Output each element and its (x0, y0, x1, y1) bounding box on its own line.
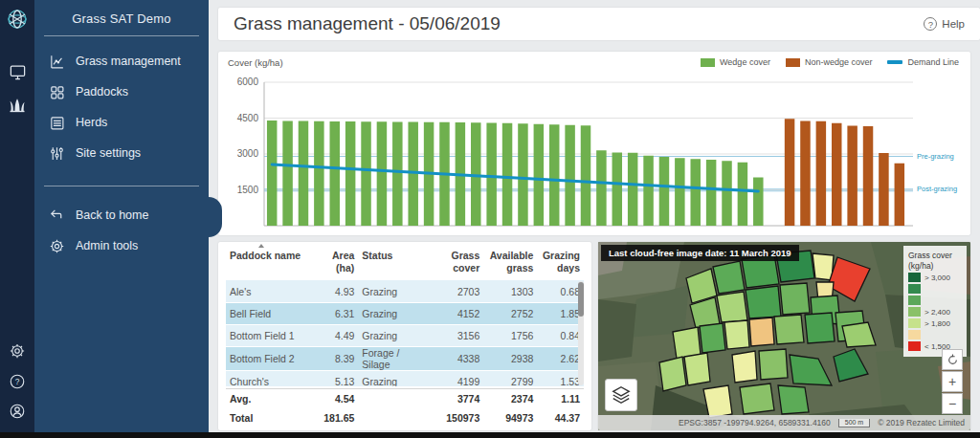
map-field-polygon[interactable] (778, 385, 809, 414)
sidebar-item-label: Grass management (76, 55, 181, 68)
grid-icon (48, 83, 65, 100)
summary-cell (358, 389, 434, 408)
page-title: Grass management - 05/06/2019 (234, 13, 501, 34)
map-field-polygon[interactable] (673, 327, 701, 359)
summary-cell: 4.54 (319, 389, 358, 408)
table-scroll-area: Ale's4.93Grazing270313030.68Bell Field6.… (226, 280, 584, 386)
map-field-polygon[interactable] (684, 353, 710, 385)
column-header-available-grass[interactable]: Available grass (483, 248, 537, 280)
map-field-polygon[interactable] (713, 261, 745, 294)
column-header-grazing-days[interactable]: Grazing days (537, 248, 584, 280)
cover-bar-chart: 1500300045006000Pre-grazingPost-grazing (226, 77, 963, 230)
legend-item-demand-line: Demand Line (887, 57, 959, 67)
table-cell: Bell Field (226, 302, 319, 324)
table-cell: 1303 (483, 280, 537, 302)
reference-line-label: Pre-grazing (917, 152, 954, 161)
non-wedge-cover-bar (832, 123, 841, 226)
map-field-polygon[interactable] (659, 357, 686, 391)
wedge-cover-bar (738, 163, 747, 226)
wedge-cover-bar (282, 121, 292, 227)
brand-logo-globe-icon[interactable] (0, 8, 34, 31)
map-field-polygon[interactable] (740, 383, 774, 414)
user-account-icon[interactable] (0, 403, 34, 420)
non-wedge-cover-bar (847, 126, 857, 227)
map-field-polygon[interactable] (759, 349, 788, 380)
chart-icon (48, 53, 65, 70)
legend-item-wedge-cover: Wedge cover (701, 57, 770, 67)
table-row[interactable]: Bell Field6.31Grazing415227521.85 (226, 302, 584, 324)
svg-text:?: ? (15, 378, 20, 386)
table-cell: 4199 (434, 370, 483, 386)
summary-cell: 181.65 (319, 408, 358, 427)
list-icon (48, 114, 65, 131)
sidebar-item-admin-tools[interactable]: Admin tools (34, 230, 209, 261)
map-zoom-out-button[interactable]: − (942, 393, 963, 414)
help-circle-icon[interactable]: ? (0, 373, 34, 390)
wedge-cover-bar (628, 153, 637, 226)
map-coordinates: EPSG:3857 -199794.9264, 6589331.4160 (679, 418, 831, 427)
sort-asc-icon (258, 244, 264, 248)
help-button[interactable]: ? Help (924, 17, 965, 31)
icon-rail: ? (0, 0, 34, 432)
wedge-cover-bar (549, 124, 559, 226)
table-cell: 3156 (434, 324, 483, 346)
help-icon: ? (924, 17, 937, 31)
map-footer: EPSG:3857 -199794.9264, 6589331.4160 500… (598, 415, 970, 430)
map-field-polygon[interactable] (749, 318, 774, 346)
map-legend-entry: > 1,800 (908, 318, 962, 328)
sidebar-item-back-to-home[interactable]: Back to home (34, 200, 209, 230)
map-field-polygon[interactable] (774, 315, 804, 344)
sidebar-item-paddocks[interactable]: Paddocks (34, 77, 209, 107)
app-title: Grass SAT Demo (34, 0, 209, 35)
sidebar-item-herds[interactable]: Herds (34, 107, 209, 138)
y-tick-label: 6000 (237, 77, 259, 87)
map-legend-label: > 2,400 (924, 308, 950, 317)
table-cell: 2799 (483, 370, 537, 386)
table-scrollbar[interactable] (578, 281, 584, 385)
table-cell: 1.53 (537, 370, 584, 386)
wedge-cover-bar (565, 125, 574, 226)
table-row[interactable]: Church's5.13Grazing419927991.53 (226, 370, 584, 386)
wedge-cover-bar (675, 158, 684, 226)
map-layers-button[interactable] (605, 379, 637, 411)
column-header-paddock-name[interactable]: Paddock name (226, 248, 319, 280)
map-field-polygon[interactable] (732, 351, 757, 383)
map-zoom-in-button[interactable]: + (942, 371, 963, 392)
map-field-polygon[interactable] (780, 283, 810, 315)
map-field-polygon[interactable] (700, 323, 725, 353)
sidebar-item-site-settings[interactable]: Site settings (34, 138, 209, 168)
table-cell: 1.85 (537, 302, 584, 324)
table-cell: Grazing (358, 370, 434, 386)
table-cell: 5.13 (319, 370, 358, 386)
table-scrollbar-thumb[interactable] (578, 282, 584, 317)
monitor-icon[interactable] (0, 63, 34, 81)
column-header-status[interactable]: Status (358, 248, 434, 280)
map-copyright: © 2019 Rezatec Limited (878, 418, 965, 427)
table-row[interactable]: Bottom Field 28.39Forage / Silage4338293… (226, 346, 584, 370)
sidebar-item-grass-management[interactable]: Grass management (34, 46, 209, 77)
map-field-polygon[interactable] (746, 286, 781, 318)
table-row[interactable]: Ale's4.93Grazing270313030.68 (226, 280, 584, 302)
table-row[interactable]: Bottom Field 14.49Grazing315617560.84 (226, 324, 584, 346)
sidebar: Grass SAT Demo Grass management Paddocks (34, 0, 209, 432)
non-wedge-cover-bar (895, 164, 904, 226)
map-field-polygon[interactable] (703, 385, 732, 418)
map-legend-entry (908, 296, 962, 305)
map-field-polygon[interactable] (724, 320, 749, 349)
grass-icon[interactable] (0, 96, 34, 115)
map-field-polygon[interactable] (805, 313, 835, 343)
map-reset-rotation-button[interactable] (942, 349, 963, 370)
map-field-polygon[interactable] (717, 292, 747, 322)
non-wedge-cover-bar (800, 121, 810, 227)
wedge-cover-bar (314, 121, 323, 226)
wedge-cover-bar (330, 121, 340, 226)
column-header-area[interactable]: Area (ha) (319, 248, 358, 280)
map-legend-swatch (908, 273, 921, 282)
map-legend-title: Grass cover (908, 251, 962, 260)
chart-legend: Wedge cover Non-wedge cover Demand Line (701, 57, 963, 67)
map-field-polygon[interactable] (813, 253, 834, 280)
settings-gear-icon[interactable] (0, 342, 34, 360)
summary-cell: 1.11 (537, 389, 584, 408)
column-header-grass-cover[interactable]: Grass cover (434, 248, 483, 280)
map-legend-swatch (908, 341, 921, 351)
